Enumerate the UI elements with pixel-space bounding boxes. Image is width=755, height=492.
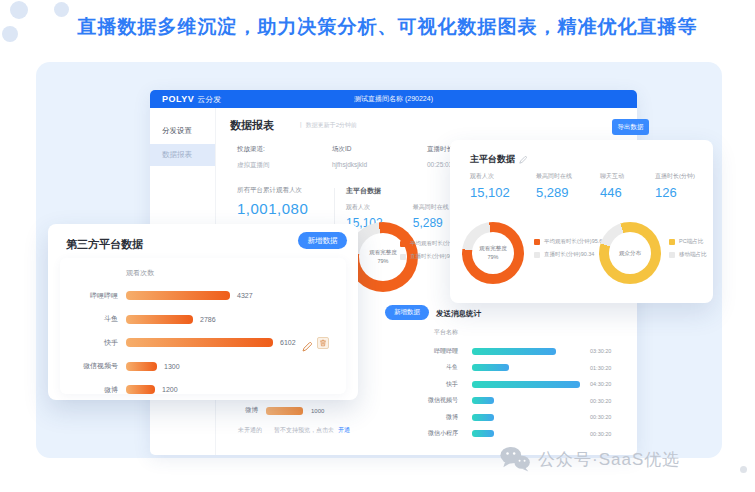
stat-value: 126 xyxy=(655,185,695,200)
export-data-button[interactable]: 导出数据 xyxy=(612,119,649,135)
bar-label: 哔哩哔哩 xyxy=(60,291,118,301)
table-row: 微信视频号00:30:20 xyxy=(398,393,611,410)
legend-swatch xyxy=(669,252,675,258)
panel-stats: 观看人次15,102最高同时在线5,289聊天互动446直播时长(分钟)126 xyxy=(450,172,713,212)
table-row: 微信小程序00:30:20 xyxy=(398,426,611,443)
bar-row: 快手6102 xyxy=(60,331,346,355)
filter-value: hjfhsjdksjkld xyxy=(332,161,367,168)
stat-value: 1,001,080 xyxy=(237,200,308,217)
page: 直播数据多维沉淀，助力决策分析、可视化数据图表，精准优化直播等 POLYV 云分… xyxy=(0,0,755,492)
legend-item: 移动端占比 xyxy=(669,251,707,258)
divider xyxy=(334,188,335,226)
legend-item: 平均观看时长(分钟)95.66 xyxy=(534,238,605,245)
message-table-rows: 哔哩哔哩03:30:20斗鱼01:30:20快手04:30:20微信视频号00:… xyxy=(398,343,611,442)
filter-value: 虚拟直播间 xyxy=(237,161,270,170)
panel-title-row: 主平台数据 xyxy=(470,153,527,166)
sidebar-item-0[interactable]: 分发设置 xyxy=(150,120,215,142)
third-party-card: 第三方平台数据 新增数据 观看次数 哔哩哔哩4327斗鱼2786快手6102微信… xyxy=(48,224,358,400)
stat-value: 15,102 xyxy=(470,185,510,200)
bar-value: 1300 xyxy=(164,363,180,370)
bar-row: 微博1200 xyxy=(60,378,346,402)
add-data-button[interactable]: 新增数据 xyxy=(385,305,429,320)
stat-value: 5,289 xyxy=(536,185,572,200)
duration-value: 00:30:20 xyxy=(590,414,611,420)
table-row: 微博00:30:20 xyxy=(398,409,611,426)
duration-bar xyxy=(472,414,494,421)
message-table: 平台名称 哔哩哔哩03:30:20斗鱼01:30:20快手04:30:20微信视… xyxy=(398,328,611,442)
duration-bar xyxy=(472,381,580,388)
watermark-text: 公众号·SaaS优选 xyxy=(538,448,680,471)
platform-label: 斗鱼 xyxy=(398,363,458,372)
legend-label: 移动端占比 xyxy=(679,251,707,258)
duration-bar xyxy=(472,348,556,355)
legend-label: 直播时长(分钟)90.34 xyxy=(544,251,594,258)
stat-value: 446 xyxy=(600,185,624,200)
view-count-bar xyxy=(126,338,273,347)
page-note: 丨 数据更新于2分钟前 xyxy=(298,121,357,130)
stat: 观看人次15,102 xyxy=(470,172,510,200)
legend-label: 平均观看时长(分钟)95.66 xyxy=(544,238,605,245)
view-count-bar xyxy=(126,291,230,300)
table-row: 快手04:30:20 xyxy=(398,376,611,393)
bar-track xyxy=(472,397,580,404)
bar-row: 哔哩哔哩4327 xyxy=(60,284,346,308)
dashboard-titlebar: POLYV 云分发 测试直播间名称 (290224) xyxy=(150,90,637,108)
legend-label: PC端占比 xyxy=(679,238,703,245)
edit-icon[interactable] xyxy=(302,338,312,348)
bar-track xyxy=(472,414,580,421)
duration-value: 04:30:20 xyxy=(590,381,611,387)
donut-center-label: 观众分布 xyxy=(599,222,661,284)
upgrade-notice: 未开通的 暂不支持预览，点击去 开通 xyxy=(238,426,350,435)
bar-track xyxy=(472,364,580,371)
partial-bar-row: 微博 1000 xyxy=(245,406,324,415)
brand-suffix: 云分发 xyxy=(197,94,221,105)
donut-center-line1: 观看完整度 xyxy=(369,248,397,257)
duration-bar xyxy=(472,364,509,371)
sidebar-item-1[interactable]: 数据报表 xyxy=(150,144,215,166)
bar-label: 微信视频号 xyxy=(60,361,118,371)
platform-label: 快手 xyxy=(398,380,458,389)
upgrade-link[interactable]: 开通 xyxy=(338,426,350,435)
duration-value: 00:30:20 xyxy=(590,398,611,404)
legend-item: PC端占比 xyxy=(669,238,707,245)
edit-icon[interactable] xyxy=(519,156,527,164)
platform-label: 微博 xyxy=(398,413,458,422)
message-stats-title: 发送消息统计 xyxy=(436,309,481,319)
donut-center-line1: 观看完整度 xyxy=(479,244,507,253)
duration-value: 01:30:20 xyxy=(590,365,611,371)
stat-label: 聊天互动 xyxy=(600,172,624,181)
bar-value: 1000 xyxy=(311,408,324,414)
platform-label: 微信小程序 xyxy=(398,429,458,438)
bar-row: 微信视频号1300 xyxy=(60,355,346,379)
completion-donut-chart: 观看完整度 79% xyxy=(348,222,418,292)
donut-center-label: 观看完整度 79% xyxy=(462,222,524,284)
duration-bar xyxy=(472,397,494,404)
bar-label: 快手 xyxy=(60,338,118,348)
bar-value: 2786 xyxy=(200,316,216,323)
view-count-bar xyxy=(126,315,193,324)
third-party-rows: 哔哩哔哩4327斗鱼2786快手6102微信视频号1300微博1200 xyxy=(60,284,346,402)
notice-text: 暂不支持预览，点击去 xyxy=(274,426,334,435)
notice-prefix: 未开通的 xyxy=(238,426,262,435)
decor-dot xyxy=(740,466,747,473)
page-title: 数据报表 xyxy=(230,118,274,133)
stat: 聊天互动446 xyxy=(600,172,624,200)
wechat-icon xyxy=(500,446,530,472)
platform-label: 哔哩哔哩 xyxy=(398,347,458,356)
bar-label: 微博 xyxy=(60,385,118,395)
legend-item: 直播时长(分钟)90.34 xyxy=(534,251,605,258)
stat: 最高同时在线5,289 xyxy=(413,203,449,230)
donut-center-label: 观看完整度 79% xyxy=(348,222,418,292)
watermark: 公众号·SaaS优选 xyxy=(500,446,680,472)
completion-donut-chart: 观看完整度 79% xyxy=(462,222,524,284)
panel-title: 主平台数据 xyxy=(470,153,515,166)
delete-icon[interactable] xyxy=(317,337,329,349)
platform-label: 微信视频号 xyxy=(398,396,458,405)
duration-value: 00:30:20 xyxy=(590,431,611,437)
table-row: 哔哩哔哩03:30:20 xyxy=(398,343,611,360)
add-data-button[interactable]: 新增数据 xyxy=(298,232,347,249)
card-title: 第三方平台数据 xyxy=(66,237,143,252)
table-row: 斗鱼01:30:20 xyxy=(398,360,611,377)
filter-label: 投放渠道: xyxy=(237,145,270,154)
legend-swatch xyxy=(534,239,540,245)
